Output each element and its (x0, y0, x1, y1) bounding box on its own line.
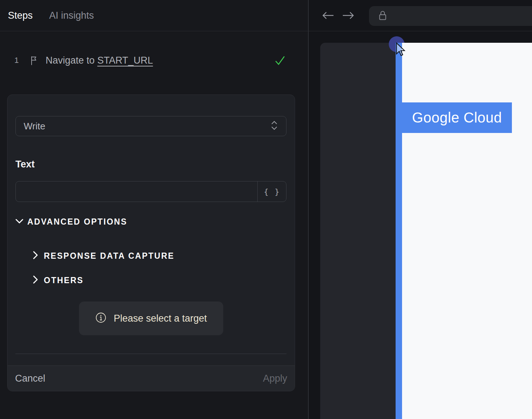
chevron-updown-icon (270, 121, 278, 132)
step-number: 1 (14, 56, 19, 65)
app-window: Steps AI insights 1 Navigate to START_UR… (0, 0, 532, 419)
chevron-right-icon (33, 251, 38, 261)
text-field-label: Text (15, 159, 35, 170)
start-url-link[interactable]: START_URL (97, 55, 153, 66)
forward-arrow-icon[interactable] (342, 10, 355, 22)
site-content-area (402, 43, 532, 419)
footer-divider (15, 354, 286, 354)
highlight-strip (396, 43, 402, 419)
back-arrow-icon[interactable] (322, 10, 335, 22)
advanced-options-label: ADVANCED OPTIONS (27, 217, 127, 227)
action-select[interactable]: Write (15, 116, 286, 136)
step-passed-check-icon (274, 55, 286, 66)
chevron-down-icon (15, 218, 23, 226)
page-viewport: Google Cloud (309, 31, 532, 419)
response-data-capture-label: RESPONSE DATA CAPTURE (44, 251, 174, 261)
steps-panel: Steps AI insights 1 Navigate to START_UR… (0, 0, 308, 419)
cancel-button[interactable]: Cancel (15, 373, 45, 384)
others-toggle[interactable]: OTHERS (33, 275, 84, 285)
step-editor-card: Write Text { } ADVA (7, 95, 295, 391)
text-input-group: { } (15, 181, 286, 202)
url-bar[interactable] (369, 6, 532, 26)
text-input[interactable] (16, 181, 257, 202)
response-data-capture-toggle[interactable]: RESPONSE DATA CAPTURE (33, 251, 174, 261)
browser-toolbar (309, 0, 532, 31)
site-dark-sidebar (320, 43, 396, 419)
insert-variable-button[interactable]: { } (257, 181, 286, 202)
advanced-options-toggle[interactable]: ADVANCED OPTIONS (15, 217, 127, 227)
step-row[interactable]: 1 Navigate to START_URL (0, 50, 308, 70)
chevron-right-icon (33, 275, 38, 285)
lock-icon (378, 10, 388, 23)
select-target-text: Please select a target (114, 313, 207, 324)
flag-icon (30, 56, 38, 65)
editor-footer: Cancel Apply (8, 365, 295, 391)
apply-button[interactable]: Apply (263, 373, 287, 384)
left-tab-bar: Steps AI insights (0, 0, 308, 31)
action-select-value: Write (24, 121, 270, 132)
step-title: Navigate to START_URL (46, 55, 153, 66)
others-label: OTHERS (44, 276, 84, 285)
tab-ai-insights[interactable]: AI insights (49, 10, 94, 21)
browser-preview-panel: Google Cloud (308, 0, 532, 419)
mouse-cursor-icon (396, 42, 405, 58)
info-icon (95, 312, 106, 324)
highlighted-element[interactable]: Google Cloud (402, 102, 512, 133)
tab-steps[interactable]: Steps (8, 10, 33, 21)
select-target-notice: Please select a target (79, 301, 223, 335)
